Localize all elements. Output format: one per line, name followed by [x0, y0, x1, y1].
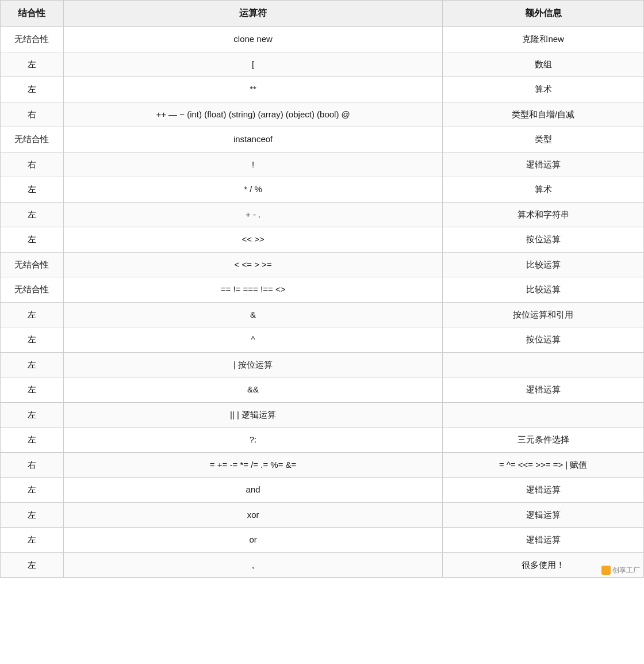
cell-associativity: 左	[1, 77, 64, 102]
table-row: 左xor逻辑运算	[1, 502, 644, 528]
cell-associativity: 右	[1, 152, 64, 177]
cell-extra: 按位运算和引用	[443, 302, 644, 327]
table-row: 无结合性== != === !== <>比较运算	[1, 277, 644, 303]
cell-associativity: 左	[1, 327, 64, 353]
header-operator: 运算符	[63, 1, 442, 27]
table-row: 左* / %算术	[1, 177, 644, 203]
cell-operator: **	[63, 77, 442, 102]
watermark-text: 创享工厂	[612, 565, 640, 575]
cell-operator: and	[63, 478, 442, 503]
cell-extra: 按位运算	[443, 227, 644, 253]
cell-associativity: 左	[1, 177, 64, 203]
table-row: 左^按位运算	[1, 327, 644, 353]
cell-extra: 算术和字符串	[443, 202, 644, 227]
cell-associativity: 无结合性	[1, 277, 64, 303]
cell-associativity: 左	[1, 52, 64, 77]
header-associativity: 结合性	[1, 1, 64, 27]
cell-associativity: 左	[1, 552, 64, 578]
table-row: 无结合性clone new克隆和new	[1, 27, 644, 52]
cell-operator: or	[63, 528, 442, 553]
cell-extra: = ^= <<= >>= => | 赋值	[443, 452, 644, 478]
cell-operator: ?:	[63, 428, 442, 453]
cell-extra: 逻辑运算	[443, 377, 644, 403]
cell-associativity: 无结合性	[1, 27, 64, 52]
table-row: 左and逻辑运算	[1, 478, 644, 503]
cell-operator: clone new	[63, 27, 442, 52]
cell-extra: 比较运算	[443, 252, 644, 277]
cell-operator: ,	[63, 552, 442, 578]
cell-extra: 很多使用！创享工厂	[443, 552, 644, 578]
table-row: 左| 按位运算	[1, 352, 644, 377]
cell-associativity: 左	[1, 352, 64, 377]
table-row: 左&&逻辑运算	[1, 377, 644, 403]
cell-extra: 逻辑运算	[443, 528, 644, 553]
cell-operator: [	[63, 52, 442, 77]
cell-operator: ^	[63, 327, 442, 353]
table-row: 右!逻辑运算	[1, 152, 644, 177]
cell-operator: instanceof	[63, 127, 442, 152]
cell-extra: 三元条件选择	[443, 428, 644, 453]
table-row: 左+ - .算术和字符串	[1, 202, 644, 227]
table-row: 左or逻辑运算	[1, 528, 644, 553]
cell-operator: !	[63, 152, 442, 177]
cell-operator: | 按位运算	[63, 352, 442, 377]
cell-associativity: 右	[1, 102, 64, 127]
cell-extra: 算术	[443, 77, 644, 102]
table-row: 左<< >>按位运算	[1, 227, 644, 253]
table-row: 左|| | 逻辑运算	[1, 402, 644, 428]
cell-associativity: 无结合性	[1, 127, 64, 152]
cell-operator: + - .	[63, 202, 442, 227]
table-header-row: 结合性 运算符 额外信息	[1, 1, 644, 27]
cell-extra: 逻辑运算	[443, 478, 644, 503]
cell-associativity: 左	[1, 227, 64, 253]
cell-operator: * / %	[63, 177, 442, 203]
cell-extra: 类型和自增/自减	[443, 102, 644, 127]
cell-extra: 比较运算	[443, 277, 644, 303]
cell-associativity: 左	[1, 428, 64, 453]
cell-operator: < <= > >=	[63, 252, 442, 277]
cell-associativity: 左	[1, 478, 64, 503]
cell-associativity: 左	[1, 502, 64, 528]
cell-operator: &	[63, 302, 442, 327]
cell-associativity: 左	[1, 528, 64, 553]
operator-table: 结合性 运算符 额外信息 无结合性clone new克隆和new左[数组左**算…	[0, 0, 644, 578]
cell-operator: ++ — ~ (int) (float) (string) (array) (o…	[63, 102, 442, 127]
cell-extra: 算术	[443, 177, 644, 203]
table-row: 右++ — ~ (int) (float) (string) (array) (…	[1, 102, 644, 127]
main-container: 结合性 运算符 额外信息 无结合性clone new克隆和new左[数组左**算…	[0, 0, 644, 664]
table-row: 右= += -= *= /= .= %= &== ^= <<= >>= => |…	[1, 452, 644, 478]
table-row: 左,很多使用！创享工厂	[1, 552, 644, 578]
table-row: 无结合性< <= > >=比较运算	[1, 252, 644, 277]
brand-icon	[601, 566, 611, 575]
cell-operator: << >>	[63, 227, 442, 253]
cell-operator: xor	[63, 502, 442, 528]
cell-associativity: 左	[1, 377, 64, 403]
table-row: 左?:三元条件选择	[1, 428, 644, 453]
cell-extra: 逻辑运算	[443, 152, 644, 177]
cell-operator: == != === !== <>	[63, 277, 442, 303]
cell-extra: 克隆和new	[443, 27, 644, 52]
cell-extra	[443, 352, 644, 377]
table-row: 无结合性instanceof类型	[1, 127, 644, 152]
table-row: 左&按位运算和引用	[1, 302, 644, 327]
cell-extra: 按位运算	[443, 327, 644, 353]
cell-extra: 类型	[443, 127, 644, 152]
cell-associativity: 左	[1, 202, 64, 227]
cell-associativity: 左	[1, 302, 64, 327]
table-row: 左**算术	[1, 77, 644, 102]
header-extra: 额外信息	[443, 1, 644, 27]
cell-operator: || | 逻辑运算	[63, 402, 442, 428]
cell-extra: 数组	[443, 52, 644, 77]
table-row: 左[数组	[1, 52, 644, 77]
cell-extra	[443, 402, 644, 428]
cell-associativity: 左	[1, 402, 64, 428]
cell-associativity: 无结合性	[1, 252, 64, 277]
cell-extra: 逻辑运算	[443, 502, 644, 528]
cell-operator: = += -= *= /= .= %= &=	[63, 452, 442, 478]
cell-operator: &&	[63, 377, 442, 403]
cell-associativity: 右	[1, 452, 64, 478]
